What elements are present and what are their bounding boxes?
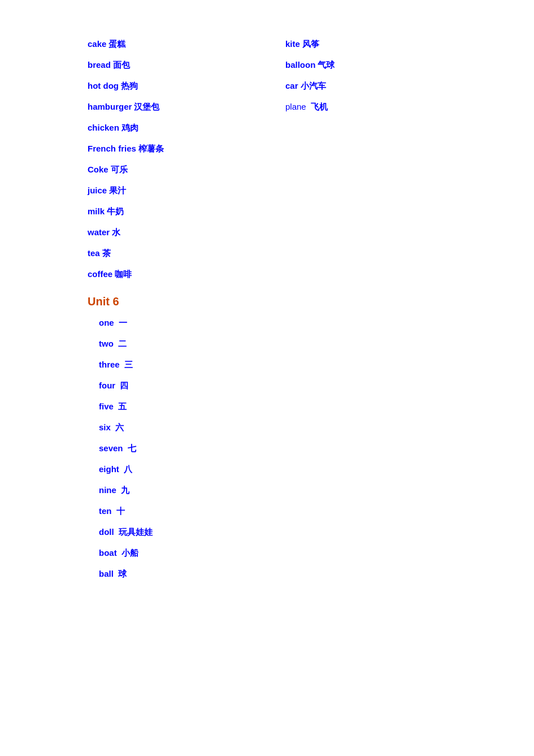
unit-english: ball [99, 569, 114, 578]
unit-english: seven [99, 443, 123, 453]
vocab-english: French fries [88, 144, 136, 153]
vocab-left-item: Coke可乐 [88, 159, 285, 180]
vocab-chinese: 咖啡 [115, 269, 132, 279]
unit-english: six [99, 422, 111, 432]
vocab-english: juice [88, 185, 107, 195]
vocab-chinese: 风筝 [302, 39, 319, 49]
unit6-item: two二 [99, 334, 534, 355]
vocab-right-item: car小汽车 [285, 76, 483, 97]
vocab-chinese: 蛋糕 [108, 39, 125, 49]
vocab-right-item [285, 139, 483, 159]
vocab-left-item: water水 [88, 222, 285, 243]
vocab-left-item: hamburger汉堡包 [88, 97, 285, 118]
unit-chinese: 四 [120, 381, 128, 390]
vocab-chinese: 鸡肉 [121, 123, 138, 132]
unit6-item: ball球 [99, 564, 534, 585]
vocab-right-item [285, 201, 483, 222]
unit-chinese: 六 [115, 422, 124, 432]
unit-english: nine [99, 485, 116, 495]
unit6-item: six六 [99, 417, 534, 438]
vocab-right-item: balloon气球 [285, 55, 483, 76]
unit-chinese: 三 [124, 360, 133, 369]
vocab-right-item [285, 222, 483, 243]
vocab-chinese: 可乐 [111, 165, 128, 174]
vocab-english: hamburger [88, 102, 132, 111]
vocab-chinese: 水 [112, 227, 120, 237]
vocab-left-item: coffee咖啡 [88, 264, 285, 285]
unit6-heading: Unit 6 [88, 295, 534, 308]
vocab-grid: cake蛋糕kite风筝bread面包balloon气球hot dog热狗car… [88, 34, 534, 285]
page-content: cake蛋糕kite风筝bread面包balloon气球hot dog热狗car… [0, 34, 534, 585]
unit-chinese: 玩具娃娃 [119, 527, 153, 537]
unit-english: boat [99, 548, 117, 558]
vocab-left-item: hot dog热狗 [88, 76, 285, 97]
unit6-item: ten十 [99, 501, 534, 522]
unit-chinese: 小船 [121, 548, 138, 558]
vocab-right-item [285, 159, 483, 180]
unit-chinese: 二 [118, 339, 127, 348]
vocab-chinese: 果汁 [109, 185, 126, 195]
vocab-chinese: 汉堡包 [134, 102, 159, 111]
unit6-item: eight八 [99, 459, 534, 480]
unit-english: eight [99, 464, 119, 474]
unit-chinese: 球 [118, 569, 127, 578]
vocab-chinese: 牛奶 [107, 206, 124, 216]
unit-english: three [99, 360, 120, 369]
unit-english: one [99, 318, 114, 327]
unit-english: ten [99, 506, 112, 516]
unit6-item: one一 [99, 313, 534, 334]
unit6-item: boat小船 [99, 543, 534, 564]
vocab-left-item: tea茶 [88, 243, 285, 264]
vocab-chinese: 榨薯条 [138, 144, 164, 153]
vocab-english: kite [285, 39, 300, 49]
vocab-english: balloon [285, 60, 315, 70]
unit6-item: seven七 [99, 438, 534, 459]
vocab-right-item [285, 118, 483, 139]
vocab-chinese: 面包 [113, 60, 130, 70]
vocab-right-item [285, 180, 483, 201]
vocab-english: bread [88, 60, 111, 70]
unit-chinese: 八 [124, 464, 132, 474]
unit6-item: four四 [99, 375, 534, 396]
unit-chinese: 一 [119, 318, 127, 327]
vocab-chinese: 气球 [318, 60, 335, 70]
vocab-chinese: 热狗 [121, 81, 138, 90]
vocab-english: cake [88, 39, 106, 49]
unit6-item: three三 [99, 355, 534, 375]
unit6-item: doll玩具娃娃 [99, 522, 534, 543]
unit-chinese: 五 [118, 401, 127, 411]
vocab-english: car [285, 81, 298, 90]
unit-english: four [99, 381, 115, 390]
vocab-english: milk [88, 206, 105, 216]
vocab-chinese: 小汽车 [301, 81, 326, 90]
vocab-english: Coke [88, 165, 108, 174]
vocab-english: chicken [88, 123, 119, 132]
vocab-left-item: chicken鸡肉 [88, 118, 285, 139]
unit6-item: five五 [99, 396, 534, 417]
vocab-english: plane [285, 102, 306, 111]
unit6-vocab: one一two二three三four四five五six六seven七eight八… [88, 313, 534, 585]
unit-chinese: 十 [116, 506, 125, 516]
vocab-right-item [285, 243, 483, 264]
unit-english: five [99, 401, 114, 411]
vocab-left-item: cake蛋糕 [88, 34, 285, 55]
vocab-right-item: kite风筝 [285, 34, 483, 55]
vocab-right-item: plane飞机 [285, 97, 483, 118]
vocab-left-item: bread面包 [88, 55, 285, 76]
vocab-left-item: French fries榨薯条 [88, 139, 285, 159]
vocab-right-item [285, 264, 483, 285]
unit6-section: Unit 6 one一two二three三four四five五six六seven… [88, 295, 534, 585]
vocab-left-item: milk牛奶 [88, 201, 285, 222]
unit-chinese: 七 [128, 443, 136, 453]
unit-chinese: 九 [121, 485, 129, 495]
vocab-english: water [88, 227, 110, 237]
vocab-english: tea [88, 248, 100, 258]
vocab-chinese: 飞机 [311, 102, 328, 111]
unit-english: doll [99, 527, 114, 537]
vocab-left-item: juice果汁 [88, 180, 285, 201]
unit-english: two [99, 339, 114, 348]
unit6-item: nine九 [99, 480, 534, 501]
vocab-english: hot dog [88, 81, 119, 90]
vocab-english: coffee [88, 269, 112, 279]
vocab-chinese: 茶 [102, 248, 111, 258]
